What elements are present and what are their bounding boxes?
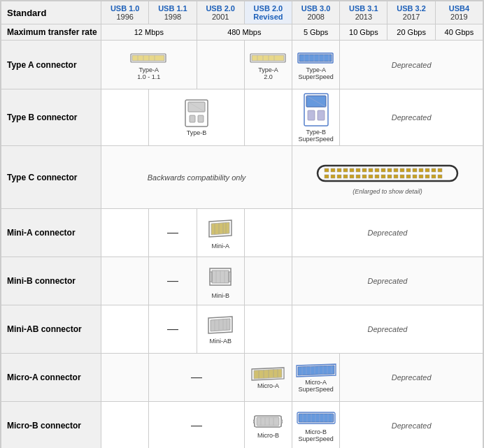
svg-rect-30 — [318, 166, 457, 181]
micro-b-usb10 — [101, 402, 149, 449]
usb20-header: USB 2.02001 — [197, 1, 244, 24]
usb32-header: USB 3.22017 — [387, 1, 435, 24]
svg-rect-39 — [375, 168, 379, 172]
type-b-deprecated: Deprecated — [340, 89, 483, 146]
svg-rect-41 — [387, 168, 392, 172]
svg-rect-79 — [229, 272, 231, 282]
transfer-5gbps: 5 Gbps — [292, 24, 340, 41]
type-b-label: Type B connector — [1, 89, 101, 146]
svg-rect-36 — [356, 168, 360, 172]
svg-rect-44 — [406, 168, 411, 172]
svg-rect-54 — [350, 175, 354, 178]
mini-b-deprecated: Deprecated — [292, 257, 483, 305]
type-a-usb20r: Type-A2.0 — [244, 41, 292, 89]
svg-rect-47 — [425, 168, 429, 172]
type-a-usb1: Type-A1.0 - 1.1 — [101, 41, 197, 89]
svg-rect-67 — [432, 175, 436, 178]
svg-marker-70 — [211, 222, 229, 235]
mini-ab-row: Mini-AB connector — Mini-AB — [1, 305, 483, 354]
svg-rect-43 — [400, 168, 404, 172]
micro-a-label: Micro-A connector — [1, 354, 101, 402]
mini-b-row: Mini-B connector — — [1, 257, 483, 305]
type-b-usb10 — [101, 89, 149, 146]
svg-rect-62 — [400, 175, 404, 178]
micro-b-dash: — — [149, 402, 244, 449]
svg-marker-94 — [298, 366, 334, 375]
standard-header: Standard — [1, 1, 101, 24]
mini-a-usb20r — [244, 209, 292, 257]
mini-ab-usb11: — — [149, 305, 197, 354]
svg-rect-65 — [419, 175, 423, 178]
type-a-row: Type A connector Type-A1.0 - 1.1 — [1, 41, 483, 89]
mini-a-label: Mini-A connector — [1, 209, 101, 257]
svg-rect-40 — [381, 168, 385, 172]
micro-a-usb30: Micro-A SuperSpeed — [292, 354, 340, 402]
usb31-header: USB 3.12013 — [340, 1, 387, 24]
svg-rect-60 — [387, 175, 392, 178]
svg-rect-78 — [210, 272, 212, 282]
svg-rect-51 — [331, 175, 335, 178]
mini-a-usb10 — [101, 209, 149, 257]
svg-rect-55 — [356, 175, 360, 178]
type-a-usb30: Type-ASuperSpeed — [292, 41, 340, 89]
usb30-header: USB 3.02008 — [292, 1, 340, 24]
usb10-header: USB 1.01996 — [101, 1, 149, 24]
type-a-usb20 — [197, 41, 244, 89]
type-a-label: Type A connector — [1, 41, 101, 89]
svg-rect-61 — [394, 175, 398, 178]
svg-rect-34 — [343, 168, 348, 172]
svg-rect-58 — [375, 175, 379, 178]
svg-rect-37 — [362, 168, 366, 172]
usb-comparison-table: Standard USB 1.01996 USB 1.11998 USB 2.0… — [0, 0, 484, 448]
mini-b-label: Mini-B connector — [1, 257, 101, 305]
svg-rect-33 — [337, 168, 341, 172]
svg-rect-66 — [425, 175, 429, 178]
svg-rect-50 — [325, 175, 329, 178]
transfer-12mbps: 12 Mbps — [101, 24, 197, 41]
svg-rect-46 — [419, 168, 423, 172]
micro-a-usb10 — [101, 354, 149, 402]
type-b-usb20r — [244, 89, 292, 146]
type-c-connector: (Enlarged to show detail) — [292, 146, 483, 209]
svg-rect-32 — [331, 168, 335, 172]
mini-a-deprecated: Deprecated — [292, 209, 483, 257]
svg-rect-31 — [325, 168, 329, 172]
micro-b-usb30: Micro-B SuperSpeed — [292, 402, 340, 449]
usb4-header: USB42019 — [435, 1, 483, 24]
svg-rect-28 — [308, 110, 315, 120]
mini-ab-deprecated: Deprecated — [292, 305, 483, 354]
mini-b-usb20r — [244, 257, 292, 305]
svg-rect-29 — [318, 110, 325, 120]
svg-rect-57 — [369, 175, 373, 178]
svg-rect-42 — [394, 168, 398, 172]
type-b-usb11: Type-B — [149, 89, 244, 146]
svg-rect-53 — [343, 175, 348, 178]
micro-b-label: Micro-B connector — [1, 402, 101, 449]
type-c-label: Type C connector — [1, 146, 101, 209]
type-a-deprecated: Deprecated — [340, 41, 483, 89]
mini-a-usb20: Mini-A — [197, 209, 244, 257]
transfer-480mbps: 480 Mbps — [197, 24, 292, 41]
header-row: Standard USB 1.01996 USB 1.11998 USB 2.0… — [1, 1, 483, 24]
type-b-row: Type B connector Type-B — [1, 89, 483, 146]
svg-rect-110 — [299, 414, 334, 422]
svg-rect-1 — [132, 55, 164, 61]
svg-rect-56 — [362, 175, 366, 178]
usb20r-header: USB 2.0Revised — [244, 1, 292, 24]
transfer-10gbps: 10 Gbps — [340, 24, 387, 41]
micro-a-row: Micro-A connector — — [1, 354, 483, 402]
transfer-20gbps: 20 Gbps — [387, 24, 435, 41]
svg-rect-45 — [413, 168, 417, 172]
mini-b-usb10 — [101, 257, 149, 305]
svg-rect-68 — [438, 175, 442, 178]
micro-a-deprecated: Deprecated — [340, 354, 483, 402]
svg-marker-81 — [211, 319, 230, 331]
svg-rect-48 — [432, 168, 436, 172]
type-c-row: Type C connector Backwards compatibility… — [1, 146, 483, 209]
svg-rect-23 — [190, 115, 195, 122]
svg-rect-38 — [369, 168, 373, 172]
svg-rect-64 — [413, 175, 417, 178]
svg-rect-49 — [438, 168, 442, 172]
transfer-40gbps: 40 Gbps — [435, 24, 483, 41]
mini-ab-usb20r — [244, 305, 292, 354]
